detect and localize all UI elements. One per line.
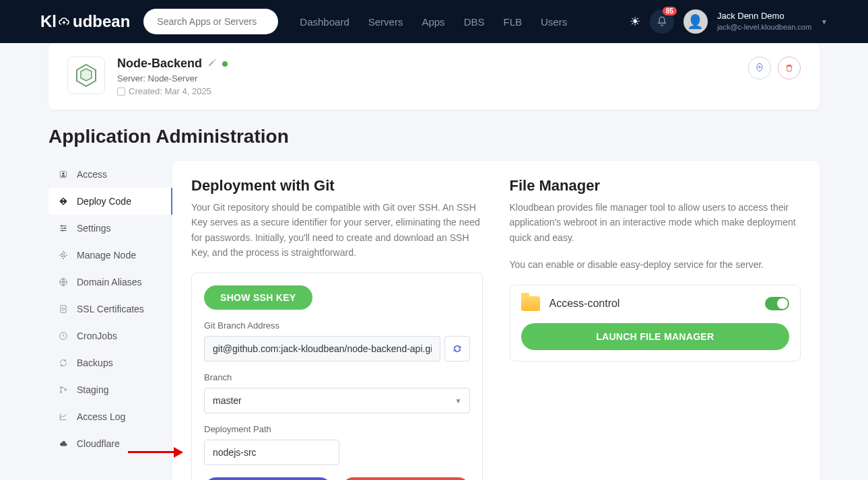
chart-icon — [58, 412, 69, 421]
deploy-path-input[interactable] — [204, 440, 339, 465]
svg-point-1 — [62, 172, 65, 175]
main-panel: Deployment with Git Your Git repository … — [172, 161, 820, 480]
nav-dbs[interactable]: DBS — [464, 16, 485, 28]
sidebar-item-staging[interactable]: Staging — [48, 376, 172, 403]
sidebar-item-cloudflare[interactable]: Cloudflare — [48, 430, 172, 457]
sidebar-item-label: Backups — [77, 357, 113, 368]
sidebar-item-label: Deploy Code — [77, 196, 131, 207]
user-name: Jack Denn Demo — [717, 11, 811, 22]
logo[interactable]: Kludbean — [40, 12, 130, 31]
user-info[interactable]: Jack Denn Demo jack@c-level.kloudbean.co… — [717, 11, 811, 32]
topbar: Kludbean Dashboard Servers Apps DBS FLB … — [0, 0, 868, 43]
notifications-button[interactable]: 85 — [650, 9, 674, 34]
refresh-repo-button[interactable] — [444, 336, 470, 362]
nav-links: Dashboard Servers Apps DBS FLB Users — [300, 16, 567, 28]
sidebar-item-deploy-code[interactable]: Deploy Code — [48, 188, 172, 215]
sidebar-item-label: CronJobs — [77, 331, 117, 341]
rocket-button[interactable] — [748, 57, 771, 79]
sidebar-item-label: Staging — [77, 384, 108, 395]
globe-icon — [58, 277, 69, 287]
sidebar-item-label: Access Log — [77, 411, 125, 422]
nav-users[interactable]: Users — [541, 16, 567, 28]
file-manager-column: File Manager Kloudbean provides file man… — [510, 177, 801, 480]
sidebar-item-settings[interactable]: Settings — [48, 215, 172, 242]
app-header-card: Node-Backend Server: Node-Server Created… — [48, 43, 820, 110]
chevron-down-icon[interactable]: ▼ — [821, 18, 828, 26]
user-icon — [58, 170, 69, 179]
branch-label: Branch — [204, 372, 470, 382]
folder-icon — [521, 296, 540, 311]
show-ssh-key-button[interactable]: SHOW SSH KEY — [204, 285, 312, 310]
nav-apps[interactable]: Apps — [422, 16, 444, 28]
svg-point-4 — [61, 225, 63, 226]
app-created: Created: Mar 4, 2025 — [117, 86, 736, 96]
topbar-right: ☀ 85 👤 Jack Denn Demo jack@c-level.kloud… — [630, 9, 828, 34]
svg-rect-9 — [61, 306, 66, 313]
svg-point-7 — [62, 254, 65, 256]
deploy-path-label: Deployment Path — [204, 424, 470, 434]
git-form: SHOW SSH KEY Git Branch Address Branch ▼… — [191, 273, 483, 480]
fm-box: Access-control LAUNCH FILE MANAGER — [510, 285, 801, 362]
svg-point-3 — [63, 202, 64, 203]
app-server-label: Server: Node-Server — [117, 73, 736, 83]
fm-desc2: You can enable or disable easy-deploy se… — [510, 257, 801, 272]
git-column: Deployment with Git Your Git repository … — [191, 177, 483, 480]
branch-select[interactable] — [204, 388, 470, 413]
certificate-icon — [58, 304, 69, 314]
calendar-icon — [117, 88, 125, 96]
theme-toggle-icon[interactable]: ☀ — [630, 14, 640, 29]
git-title: Deployment with Git — [191, 177, 483, 195]
status-dot — [222, 61, 228, 67]
git-desc: Your Git repository should be compatible… — [191, 200, 483, 261]
svg-point-13 — [60, 391, 61, 392]
sidebar-item-backups[interactable]: Backups — [48, 349, 172, 376]
gear-icon — [58, 250, 69, 260]
sidebar-item-domain-aliases[interactable]: Domain Aliases — [48, 269, 172, 296]
svg-point-2 — [63, 199, 64, 201]
cloud-icon — [58, 16, 71, 27]
sidebar-item-access-log[interactable]: Access Log — [48, 403, 172, 430]
launch-file-manager-button[interactable]: LAUNCH FILE MANAGER — [521, 323, 790, 350]
nav-flb[interactable]: FLB — [503, 16, 522, 28]
app-title: Node-Backend — [117, 57, 202, 71]
nav-servers[interactable]: Servers — [368, 16, 403, 28]
trash-icon — [784, 63, 794, 73]
avatar[interactable]: 👤 — [683, 9, 708, 34]
sidebar-item-access[interactable]: Access — [48, 161, 172, 188]
clock-icon — [58, 331, 69, 341]
delete-button[interactable] — [778, 57, 801, 79]
branch-addr-input[interactable] — [204, 336, 440, 362]
access-control-toggle[interactable] — [765, 297, 789, 310]
app-meta: Node-Backend Server: Node-Server Created… — [117, 57, 736, 96]
search-box[interactable] — [143, 9, 278, 34]
sidebar-item-label: Manage Node — [77, 250, 136, 261]
sliders-icon — [58, 224, 69, 233]
sidebar-item-ssl[interactable]: SSL Certificates — [48, 296, 172, 322]
sidebar-item-label: SSL Certificates — [77, 304, 144, 314]
fm-title: File Manager — [510, 177, 801, 195]
app-actions — [748, 57, 801, 79]
sidebar: Access Deploy Code Settings Manage Node … — [48, 161, 172, 457]
content: Node-Backend Server: Node-Server Created… — [0, 43, 868, 480]
search-input[interactable] — [157, 16, 265, 27]
nodejs-icon — [75, 63, 97, 88]
pull-deploy-button[interactable]: Pull & Deploy — [204, 477, 332, 480]
sidebar-item-label: Domain Aliases — [77, 277, 142, 287]
svg-point-6 — [62, 230, 63, 231]
fm-desc1: Kloudbean provides file manager tool to … — [510, 200, 801, 245]
bell-icon — [656, 15, 668, 28]
sidebar-item-label: Settings — [77, 223, 111, 234]
svg-point-10 — [62, 308, 65, 310]
layout: Access Deploy Code Settings Manage Node … — [48, 161, 820, 480]
svg-point-5 — [64, 228, 65, 229]
nav-dashboard[interactable]: Dashboard — [300, 16, 349, 28]
user-email: jack@c-level.kloudbean.com — [717, 22, 811, 32]
delete-repo-button[interactable]: Delete Repo — [341, 477, 469, 480]
sidebar-item-cronjobs[interactable]: CronJobs — [48, 322, 172, 349]
git-icon — [58, 197, 69, 206]
sync-icon — [452, 343, 463, 354]
svg-point-12 — [60, 386, 61, 388]
edit-icon[interactable] — [207, 58, 217, 70]
branch-icon — [58, 385, 69, 395]
sidebar-item-manage-node[interactable]: Manage Node — [48, 242, 172, 269]
